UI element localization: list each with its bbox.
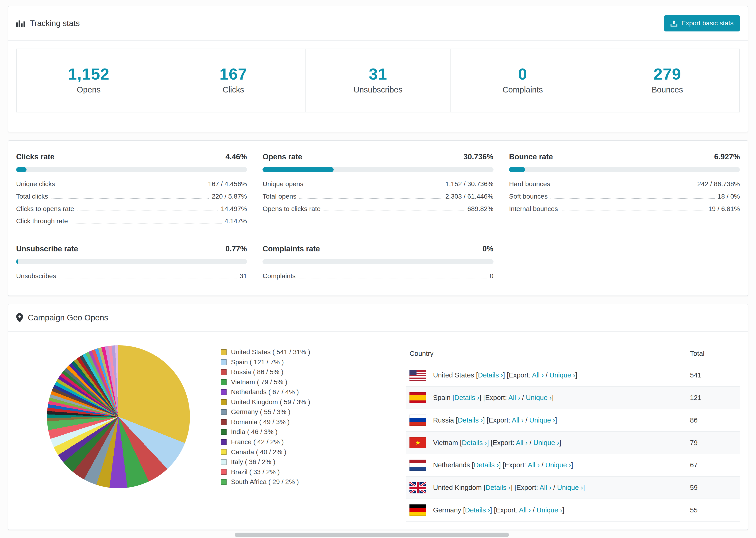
progress-fill xyxy=(509,167,525,172)
details-link[interactable]: Details › xyxy=(486,484,511,491)
stat-row-soft-bounces: Soft bounces18 / 0% xyxy=(509,193,740,200)
stat-value: 1,152 xyxy=(17,65,161,83)
country-name: Germany xyxy=(433,506,461,514)
legend-label: Brazil ( 33 / 2% ) xyxy=(231,467,280,477)
progress-bar xyxy=(262,167,493,172)
stat-row-value: 14.497% xyxy=(221,205,247,213)
stat-row-unique-opens: Unique opens1,152 / 30.736% xyxy=(262,180,493,188)
rates-card: Clicks rate4.46%Unique clicks167 / 4.456… xyxy=(8,140,748,296)
export-all-link[interactable]: All › xyxy=(516,439,527,447)
stat-label: Opens xyxy=(17,85,161,94)
flag-es-icon xyxy=(409,392,426,404)
table-row-united-kingdom: United Kingdom [Details ›] [Export: All … xyxy=(406,476,740,499)
rate-block-bounce-rate: Bounce rate6.927%Hard bounces242 / 86.73… xyxy=(509,153,740,225)
export-basic-stats-button[interactable]: Export basic stats xyxy=(664,15,740,32)
rate-title: Clicks rate xyxy=(16,153,54,161)
legend-item-romania: Romania ( 49 / 3% ) xyxy=(221,417,392,427)
map-pin-icon xyxy=(16,313,23,323)
card-title-tracking: Tracking stats xyxy=(16,19,80,28)
export-unique-link[interactable]: Unique › xyxy=(526,394,552,402)
legend-color-swatch xyxy=(221,349,227,355)
geo-table: Country Total United States [Details ›] … xyxy=(406,344,740,522)
pie-legend: United States ( 541 / 31% )Spain ( 121 /… xyxy=(221,344,392,487)
row-total: 541 xyxy=(686,364,740,387)
legend-label: South Africa ( 29 / 2% ) xyxy=(231,477,299,487)
legend-item-germany: Germany ( 55 / 3% ) xyxy=(221,407,392,417)
legend-color-swatch xyxy=(221,419,227,425)
legend-color-swatch xyxy=(221,409,227,415)
export-all-link[interactable]: All › xyxy=(519,506,531,514)
export-all-link[interactable]: All › xyxy=(508,394,520,402)
legend-color-swatch xyxy=(221,449,227,455)
dotted-leader xyxy=(298,278,487,278)
rate-title: Opens rate xyxy=(262,153,302,161)
geo-table-body: United States [Details ›] [Export: All ›… xyxy=(406,364,740,521)
stat-row-label: Click through rate xyxy=(16,217,68,225)
export-all-link[interactable]: All › xyxy=(528,461,540,469)
geo-opens-header: Campaign Geo Opens xyxy=(8,304,747,332)
page: Tracking stats Export basic stats 1,152O… xyxy=(0,0,756,538)
stat-unsubscribes: 31Unsubscribes xyxy=(306,49,451,112)
stat-row-label: Clicks to opens rate xyxy=(16,205,74,213)
table-row-netherlands: Netherlands [Details ›] [Export: All › /… xyxy=(406,454,740,476)
legend-color-swatch xyxy=(221,429,227,435)
details-link[interactable]: Details › xyxy=(458,416,483,424)
horizontal-scrollbar-thumb[interactable] xyxy=(235,533,509,537)
export-all-link[interactable]: All › xyxy=(532,371,544,379)
stat-value: 279 xyxy=(595,65,739,83)
stat-row-label: Total clicks xyxy=(16,193,48,200)
stat-row-unsubscribes: Unsubscribes31 xyxy=(16,272,247,280)
export-unique-link[interactable]: Unique › xyxy=(529,416,555,424)
rate-value: 4.46% xyxy=(225,153,247,161)
flag-de-icon xyxy=(409,505,426,516)
details-link[interactable]: Details › xyxy=(474,461,499,469)
stat-bounces: 279Bounces xyxy=(595,49,739,112)
flag-nl-icon xyxy=(409,459,426,471)
legend-item-france: France ( 42 / 2% ) xyxy=(221,437,392,447)
details-link[interactable]: Details › xyxy=(462,439,487,447)
rate-title: Unsubscribe rate xyxy=(16,244,78,253)
legend-color-swatch xyxy=(221,399,227,405)
export-all-link[interactable]: All › xyxy=(512,416,523,424)
export-all-link[interactable]: All › xyxy=(540,484,551,491)
legend-label: Germany ( 55 / 3% ) xyxy=(231,407,291,417)
stat-row-value: 19 / 6.81% xyxy=(708,205,740,213)
geo-opens-title: Campaign Geo Opens xyxy=(28,313,108,322)
legend-color-swatch xyxy=(221,389,227,395)
country-name: United States xyxy=(433,371,474,379)
stat-row-value: 220 / 5.87% xyxy=(212,193,247,200)
stat-label: Bounces xyxy=(595,85,739,94)
pie-chart-area xyxy=(16,344,221,488)
export-button-label: Export basic stats xyxy=(681,20,733,27)
progress-fill xyxy=(16,259,18,264)
stat-row-clicks-to-opens-rate: Clicks to opens rate14.497% xyxy=(16,205,247,213)
stat-value: 31 xyxy=(306,65,450,83)
rate-block-opens-rate: Opens rate30.736%Unique opens1,152 / 30.… xyxy=(262,153,493,225)
stat-row-value: 4.147% xyxy=(225,217,247,225)
export-unique-link[interactable]: Unique › xyxy=(557,484,583,491)
row-total: 86 xyxy=(686,409,740,431)
stat-row-value: 2,303 / 61.446% xyxy=(445,193,494,200)
details-link[interactable]: Details › xyxy=(465,506,490,514)
details-link[interactable]: Details › xyxy=(454,394,479,402)
stat-row-total-clicks: Total clicks220 / 5.87% xyxy=(16,193,247,200)
export-unique-link[interactable]: Unique › xyxy=(533,439,559,447)
legend-color-swatch xyxy=(221,469,227,475)
details-link[interactable]: Details › xyxy=(478,371,503,379)
card-title-geo: Campaign Geo Opens xyxy=(16,313,108,323)
stat-label: Unsubscribes xyxy=(306,85,450,94)
dotted-leader xyxy=(561,211,706,211)
export-unique-link[interactable]: Unique › xyxy=(536,506,562,514)
country-cell: Germany [Details ›] [Export: All › / Uni… xyxy=(409,505,682,516)
export-unique-link[interactable]: Unique › xyxy=(549,371,575,379)
stat-label: Complaints xyxy=(451,85,595,94)
stat-row-label: Hard bounces xyxy=(509,180,550,188)
legend-item-india: India ( 46 / 3% ) xyxy=(221,427,392,437)
stat-row-internal-bounces: Internal bounces19 / 6.81% xyxy=(509,205,740,213)
dotted-leader xyxy=(59,278,237,278)
legend-label: Vietnam ( 79 / 5% ) xyxy=(231,377,287,387)
export-unique-link[interactable]: Unique › xyxy=(545,461,571,469)
rate-value: 30.736% xyxy=(463,153,494,161)
stat-row-label: Soft bounces xyxy=(509,193,548,200)
stat-row-label: Complaints xyxy=(262,272,296,280)
